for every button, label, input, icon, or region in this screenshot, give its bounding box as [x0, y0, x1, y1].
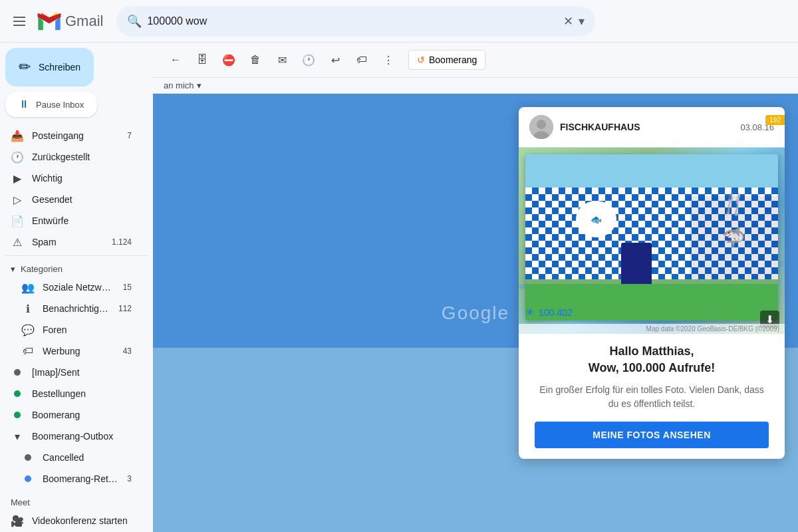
sidebar-item-werbung[interactable]: 🏷 Werbung 43 — [0, 340, 142, 362]
snooze-button[interactable]: 🕐 — [297, 48, 321, 72]
sidebar-item-gesendet[interactable]: ▷ Gesendet — [0, 189, 142, 210]
pause-inbox-label: Pause Inbox — [36, 100, 84, 110]
top-bar: Gmail 🔍 ✕ ▾ — [0, 0, 798, 43]
sidebar-item-wichtig[interactable]: ▶ Wichtig — [0, 168, 142, 189]
search-dropdown-icon[interactable]: ▾ — [579, 14, 585, 29]
archive-button[interactable]: 🗄 — [190, 48, 214, 72]
sidebar-item-zurueckgestellt[interactable]: 🕐 Zurückgestellt — [0, 146, 142, 168]
sidebar-item-label: Entwürfe — [32, 215, 132, 226]
sidebar-item-label: Benachrichtigu... — [43, 303, 110, 314]
sidebar-item-posteingang[interactable]: 📥 Posteingang 7 — [0, 125, 142, 146]
boomerang-folder-icon — [11, 409, 24, 421]
sidebar-item-count: 15 — [123, 283, 132, 292]
video-icon: 🎥 — [11, 515, 24, 527]
compose-button[interactable]: ✏ Schreiben — [5, 48, 94, 86]
categories-label: Kategorien — [21, 264, 63, 274]
sidebar-item-video[interactable]: 🎥 Videokonferenz starten — [0, 510, 142, 531]
mark-icon: ✉ — [278, 54, 287, 66]
sidebar: ✏ Schreiben ⏸ Pause Inbox 📥 Posteingang … — [0, 43, 153, 532]
building-image: 🐟 🍴 🦈 — [525, 154, 778, 321]
sidebar-item-label: Spam — [32, 237, 104, 247]
delete-icon: 🗑 — [250, 54, 261, 66]
search-icon[interactable]: 🔍 — [127, 14, 142, 29]
delete-button[interactable]: 🗑 — [243, 48, 267, 72]
sidebar-item-boomerang-returned[interactable]: Boomerang-Returned 3 — [0, 468, 142, 489]
app-title: Gmail — [65, 13, 103, 30]
boomerang-button[interactable]: ↺ Boomerang — [408, 50, 485, 70]
main-layout: ✏ Schreiben ⏸ Pause Inbox 📥 Posteingang … — [0, 43, 798, 532]
search-bar[interactable]: 🔍 ✕ ▾ — [116, 6, 595, 37]
label-button[interactable]: 🏷 — [350, 48, 374, 72]
expand-icon: ▾ — [11, 264, 15, 274]
compose-label: Schreiben — [39, 62, 80, 72]
spam-icon: ⚠ — [11, 236, 24, 249]
search-input[interactable] — [147, 15, 558, 27]
filter-label: an mich — [164, 80, 194, 90]
sidebar-item-label: Boomerang-Returned — [43, 473, 119, 484]
sidebar-item-label: Boomerang — [32, 410, 132, 420]
card-sender-name: FISCHKAUFHAUS — [560, 122, 733, 132]
mark-button[interactable]: ✉ — [270, 48, 294, 72]
sidebar-item-count: 43 — [123, 346, 132, 356]
compose-plus-icon: ✏ — [19, 59, 31, 76]
pause-inbox-button[interactable]: ⏸ Pause Inbox — [5, 92, 97, 117]
google-watermark: Google — [442, 303, 509, 324]
email-view: Google FISCHKAUFHAUS 03.08.16 1 — [153, 94, 798, 532]
gmail-logo-svg — [36, 8, 63, 35]
sidebar-item-soziale[interactable]: 👥 Soziale Netzwerke 15 — [0, 277, 142, 298]
filter-dropdown-icon[interactable]: ▾ — [197, 80, 201, 90]
back-icon: ← — [170, 54, 181, 66]
sidebar-item-spam[interactable]: ⚠ Spam 1.124 — [0, 231, 142, 253]
sidebar-item-entwuerfe[interactable]: 📄 Entwürfe — [0, 210, 142, 231]
sidebar-category-header[interactable]: ▾ Kategorien — [0, 259, 153, 277]
snooze-icon: 🕐 — [302, 54, 315, 66]
drafts-icon: 📄 — [11, 215, 24, 227]
notification-icon: ℹ — [21, 303, 35, 315]
filter-row: an mich ▾ — [153, 78, 798, 94]
building-bg: 🐟 🍴 🦈 — [525, 154, 778, 321]
sidebar-item-label: Cancelled — [43, 452, 132, 463]
folder-green-icon — [11, 388, 24, 400]
building-door — [621, 243, 652, 285]
sidebar-item-bestellungen[interactable]: Bestellungen — [0, 383, 142, 404]
card-header: FISCHKAUFHAUS 03.08.16 192 — [519, 107, 785, 148]
card-greeting: Hallo Matthias, — [535, 344, 769, 358]
back-button[interactable]: ← — [164, 48, 188, 72]
sidebar-item-imap-sent[interactable]: [Imap]/Sent — [0, 362, 142, 383]
fish-image: 🦈 — [690, 196, 778, 279]
sidebar-item-cancelled[interactable]: Cancelled — [0, 447, 142, 468]
sent-icon: ▷ — [11, 194, 24, 206]
sender-avatar — [529, 115, 553, 139]
badge-number: 192 — [769, 116, 781, 124]
clear-search-icon[interactable]: ✕ — [563, 14, 573, 29]
move-button[interactable]: ↩ — [323, 48, 347, 72]
archive-icon: 🗄 — [197, 54, 207, 66]
cta-button[interactable]: MEINE FOTOS ANSEHEN — [535, 422, 769, 448]
card-content: Hallo Matthias, Wow, 100.000 Aufrufe! Ei… — [519, 334, 785, 459]
move-icon: ↩ — [331, 54, 340, 66]
card-headline: Wow, 100.000 Aufrufe! — [535, 361, 769, 375]
map-area: 🐟 🍴 🦈 ⬇ Map data ©2020 GeoBasis-DE/BKG (… — [519, 148, 785, 334]
card-badge: 192 — [765, 115, 785, 125]
returned-folder-icon — [21, 473, 35, 485]
starred-icon: ▶ — [11, 172, 24, 185]
report-button[interactable]: ⛔ — [217, 48, 241, 72]
sidebar-item-label: Videokonferenz starten — [32, 515, 132, 526]
forums-icon: 💬 — [21, 324, 35, 336]
fish-logo: 🐟 — [576, 201, 616, 237]
social-icon: 👥 — [21, 281, 35, 294]
sidebar-item-foren[interactable]: 💬 Foren — [0, 319, 142, 340]
sidebar-item-count: 112 — [118, 304, 132, 313]
sidebar-item-boomerang[interactable]: Boomerang — [0, 404, 142, 426]
card-description: Ein großer Erfolg für ein tolles Foto. V… — [535, 383, 769, 411]
expand-icon: ▾ — [11, 430, 24, 443]
gmail-logo: Gmail — [36, 8, 103, 35]
view-count-value: 100.402 — [539, 307, 573, 318]
sidebar-item-benach[interactable]: ℹ Benachrichtigu... 112 — [0, 298, 142, 319]
more-button[interactable]: ⋮ — [376, 48, 400, 72]
sidebar-item-count: 1.124 — [112, 237, 132, 247]
sidebar-item-count: 3 — [127, 474, 132, 483]
sidebar-item-boomerang-outbox[interactable]: ▾ Boomerang-Outbox — [0, 426, 142, 447]
sidebar-item-label: Wichtig — [32, 173, 132, 184]
hamburger-menu[interactable] — [11, 14, 28, 29]
